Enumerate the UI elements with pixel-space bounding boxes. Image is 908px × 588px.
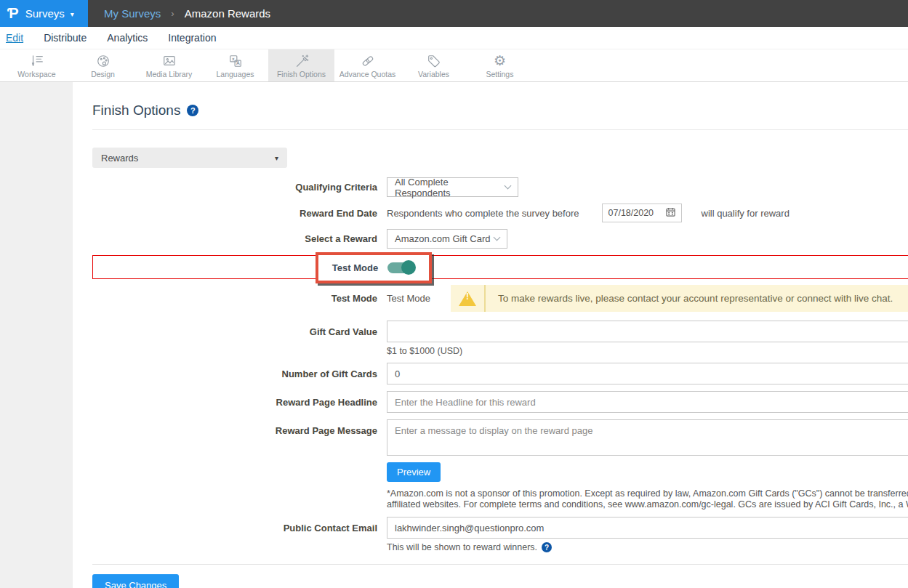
public-email-input[interactable] <box>387 517 908 539</box>
workspace-icon <box>29 53 45 69</box>
reward-end-date-row: Reward End Date Respondents who complete… <box>92 204 908 222</box>
survey-nav-tabs: Edit Distribute Analytics Integration <box>0 27 908 49</box>
reward-headline-row: Reward Page Headline <box>92 391 908 413</box>
toolbar-item-design[interactable]: Design <box>70 49 136 81</box>
disclaimer-line-2: affiliated websites. For complete terms … <box>387 499 908 510</box>
select-value: All Complete Respondents <box>395 177 505 198</box>
qualifying-criteria-row: Qualifying Criteria All Complete Respond… <box>92 177 908 197</box>
chevron-down-icon <box>505 182 512 190</box>
tab-edit[interactable]: Edit <box>6 32 23 44</box>
surveys-menu[interactable]: Ƥ Surveys ▾ <box>0 0 88 27</box>
toolbar-item-languages[interactable]: xA Languages <box>202 49 268 81</box>
chevron-down-icon <box>494 234 501 241</box>
dropdown-caret-icon: ▾ <box>275 154 278 162</box>
warning-message: To make rewards live, please contact you… <box>486 285 905 312</box>
toolbar-item-finish-options[interactable]: Finish Options <box>268 49 334 81</box>
tag-icon <box>426 53 442 69</box>
toolbar-label: Variables <box>418 70 449 78</box>
toolbar-label: Advance Quotas <box>340 70 396 78</box>
test-mode-status-row: Test Mode Test Mode To make rewards live… <box>92 285 908 312</box>
toolbar-label: Media Library <box>146 70 193 78</box>
toolbar-item-media-library[interactable]: Media Library <box>136 49 202 81</box>
select-reward-select[interactable]: Amazon.com Gift Card <box>387 229 507 249</box>
bottom-divider <box>92 564 908 565</box>
reward-message-row: Reward Page Message <box>92 419 908 456</box>
gift-card-value-helper: $1 to $1000 (USD) <box>387 346 908 356</box>
help-icon[interactable]: ? <box>187 105 198 116</box>
toggle-knob <box>401 260 416 275</box>
select-reward-row: Select a Reward Amazon.com Gift Card <box>92 229 908 249</box>
reward-headline-input[interactable] <box>387 391 908 413</box>
public-email-helper: This will be shown to reward winners. <box>387 542 537 552</box>
test-mode-status-value: Test Mode <box>387 293 430 304</box>
end-date-suffix: will qualify for reward <box>702 208 790 219</box>
tab-integration[interactable]: Integration <box>168 32 216 44</box>
tab-analytics[interactable]: Analytics <box>107 32 148 44</box>
breadcrumb: My Surveys › Amazon Rewards <box>88 0 270 27</box>
gift-card-value-input[interactable] <box>387 321 908 342</box>
test-mode-toggle-label: Test Mode <box>332 262 378 273</box>
gift-card-value-row: Gift Card Value $1 to $1000 (USD) <box>92 321 908 356</box>
disclaimer-line-1: *Amazon.com is not a sponsor of this pro… <box>387 488 908 499</box>
save-wrap: Save Changes <box>92 574 908 588</box>
field-label: Qualifying Criteria <box>92 182 387 193</box>
field-label: Public Contact Email <box>92 523 387 533</box>
rewards-form: Qualifying Criteria All Complete Respond… <box>92 177 908 588</box>
reward-message-textarea[interactable] <box>387 419 908 456</box>
toolbar-item-workspace[interactable]: Workspace <box>4 49 70 81</box>
tab-distribute[interactable]: Distribute <box>44 32 87 44</box>
field-label: Reward Page Message <box>92 425 387 436</box>
test-mode-toggle[interactable] <box>387 262 415 273</box>
number-gift-cards-input[interactable] <box>387 363 908 384</box>
field-label: Reward End Date <box>92 208 387 219</box>
divider <box>92 129 908 130</box>
warning-banner: To make rewards live, please contact you… <box>451 285 908 312</box>
surveys-caret-icon: ▾ <box>71 10 74 18</box>
field-label: Select a Reward <box>92 233 387 244</box>
email-help-icon[interactable]: ? <box>542 542 552 552</box>
breadcrumb-my-surveys[interactable]: My Surveys <box>104 7 161 20</box>
page-title: Finish Options <box>92 102 180 118</box>
field-label: Reward Page Headline <box>92 397 387 408</box>
rewards-dropdown[interactable]: Rewards ▾ <box>92 148 287 168</box>
left-gutter <box>0 82 73 588</box>
chain-links-icon <box>360 53 376 69</box>
toolbar-item-variables[interactable]: Variables <box>401 49 467 81</box>
preview-wrap: Preview <box>387 462 908 482</box>
reward-end-date-input[interactable]: 07/18/2020 <box>602 204 682 222</box>
gear-icon: ⚙ <box>494 53 506 69</box>
toolbar-item-advance-quotas[interactable]: Advance Quotas <box>334 49 401 81</box>
amazon-disclaimer: *Amazon.com is not a sponsor of this pro… <box>387 488 908 510</box>
svg-text:A: A <box>236 60 240 65</box>
questionpro-logo: Ƥ <box>7 5 19 22</box>
public-email-row: Public Contact Email This will be shown … <box>92 517 908 552</box>
toolbar-item-settings[interactable]: ⚙ Settings <box>467 49 533 81</box>
field-label: Gift Card Value <box>92 326 387 337</box>
end-date-prefix: Respondents who complete the survey befo… <box>387 208 579 219</box>
magic-wand-icon <box>294 53 310 69</box>
breadcrumb-separator-icon: › <box>171 8 174 19</box>
number-gift-cards-row: Number of Gift Cards <box>92 363 908 384</box>
field-label: Test Mode <box>92 293 387 304</box>
palette-icon <box>95 53 111 69</box>
field-label: Number of Gift Cards <box>92 368 387 379</box>
toolbar-label: Design <box>91 70 115 78</box>
page-head: Finish Options ? <box>92 102 908 118</box>
annotation-highlight-row: Test Mode <box>92 255 908 279</box>
toolbar-label: Workspace <box>17 70 55 78</box>
warning-icon <box>451 285 484 312</box>
preview-button[interactable]: Preview <box>387 462 441 482</box>
date-value: 07/18/2020 <box>608 208 654 218</box>
content-panel: Finish Options ? Rewards ▾ Qualifying Cr… <box>73 82 908 588</box>
image-icon <box>161 53 177 69</box>
select-value: Amazon.com Gift Card <box>395 233 491 244</box>
save-changes-button[interactable]: Save Changes <box>92 574 179 588</box>
toolbar-label: Settings <box>486 70 514 78</box>
test-mode-highlight-box: Test Mode <box>316 252 432 283</box>
main-area: Finish Options ? Rewards ▾ Qualifying Cr… <box>0 82 908 588</box>
breadcrumb-current: Amazon Rewards <box>185 7 270 20</box>
svg-text:x: x <box>232 57 234 61</box>
rewards-dropdown-value: Rewards <box>101 153 138 164</box>
product-name: Surveys <box>25 7 65 20</box>
qualifying-criteria-select[interactable]: All Complete Respondents <box>387 177 518 197</box>
